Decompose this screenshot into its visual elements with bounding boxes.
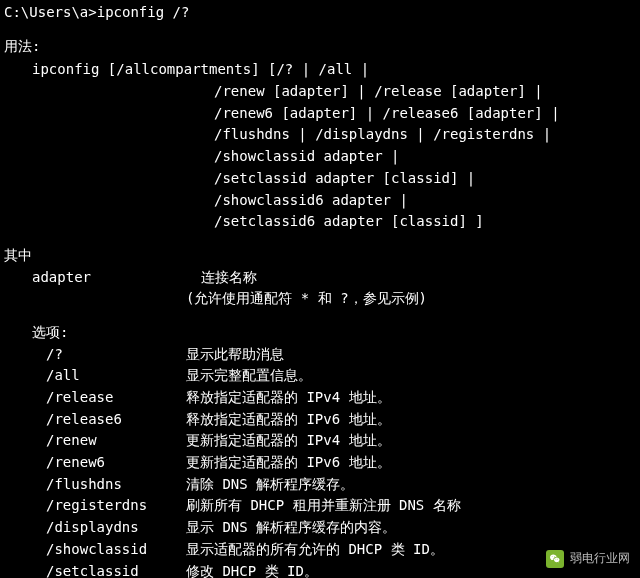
option-flag: /release xyxy=(46,387,186,409)
option-desc: 刷新所有 DHCP 租用并重新注册 DNS 名称 xyxy=(186,495,636,517)
option-flag: /renew xyxy=(46,430,186,452)
option-row: /all显示完整配置信息。 xyxy=(46,365,636,387)
usage-line: /flushdns | /displaydns | /registerdns | xyxy=(214,124,636,146)
usage-line: /setclassid6 adapter [classid] ] xyxy=(214,211,636,233)
option-flag: /displaydns xyxy=(46,517,186,539)
usage-line: ipconfig [/allcompartments] [/? | /all | xyxy=(32,59,636,81)
option-desc: 更新指定适配器的 IPv4 地址。 xyxy=(186,430,636,452)
watermark: 弱电行业网 xyxy=(546,549,630,568)
option-flag: /registerdns xyxy=(46,495,186,517)
option-flag: /showclassid xyxy=(46,539,186,561)
option-row: /renew更新指定适配器的 IPv4 地址。 xyxy=(46,430,636,452)
where-title: 其中 xyxy=(4,245,636,267)
option-row: /release6释放指定适配器的 IPv6 地址。 xyxy=(46,409,636,431)
adapter-label: adapter xyxy=(32,269,91,285)
option-flag: /flushdns xyxy=(46,474,186,496)
watermark-text: 弱电行业网 xyxy=(570,549,630,568)
option-row: /release释放指定适配器的 IPv4 地址。 xyxy=(46,387,636,409)
wechat-icon xyxy=(546,550,564,568)
option-row: /?显示此帮助消息 xyxy=(46,344,636,366)
usage-line: /renew [adapter] | /release [adapter] | xyxy=(214,81,636,103)
option-desc: 更新指定适配器的 IPv6 地址。 xyxy=(186,452,636,474)
option-flag: /? xyxy=(46,344,186,366)
option-flag: /setclassid xyxy=(46,561,186,579)
option-desc: 显示此帮助消息 xyxy=(186,344,636,366)
usage-line: /showclassid adapter | xyxy=(214,146,636,168)
option-flag: /all xyxy=(46,365,186,387)
option-desc: 显示完整配置信息。 xyxy=(186,365,636,387)
option-desc: 释放指定适配器的 IPv4 地址。 xyxy=(186,387,636,409)
options-title: 选项: xyxy=(32,322,636,344)
option-row: /registerdns刷新所有 DHCP 租用并重新注册 DNS 名称 xyxy=(46,495,636,517)
option-flag: /release6 xyxy=(46,409,186,431)
adapter-desc: 连接名称 xyxy=(201,269,257,285)
option-row: /renew6更新指定适配器的 IPv6 地址。 xyxy=(46,452,636,474)
option-desc: 释放指定适配器的 IPv6 地址。 xyxy=(186,409,636,431)
usage-line: /renew6 [adapter] | /release6 [adapter] … xyxy=(214,103,636,125)
adapter-row: adapter 连接名称 xyxy=(32,267,636,289)
usage-title: 用法: xyxy=(4,36,636,58)
adapter-desc-note: (允许使用通配符 * 和 ?，参见示例) xyxy=(186,288,636,310)
option-row: /displaydns显示 DNS 解析程序缓存的内容。 xyxy=(46,517,636,539)
usage-line: /setclassid adapter [classid] | xyxy=(214,168,636,190)
command-prompt-line: C:\Users\a>ipconfig /? xyxy=(4,2,636,24)
option-row: /flushdns清除 DNS 解析程序缓存。 xyxy=(46,474,636,496)
option-desc: 清除 DNS 解析程序缓存。 xyxy=(186,474,636,496)
option-flag: /renew6 xyxy=(46,452,186,474)
option-desc: 显示 DNS 解析程序缓存的内容。 xyxy=(186,517,636,539)
usage-line: /showclassid6 adapter | xyxy=(214,190,636,212)
